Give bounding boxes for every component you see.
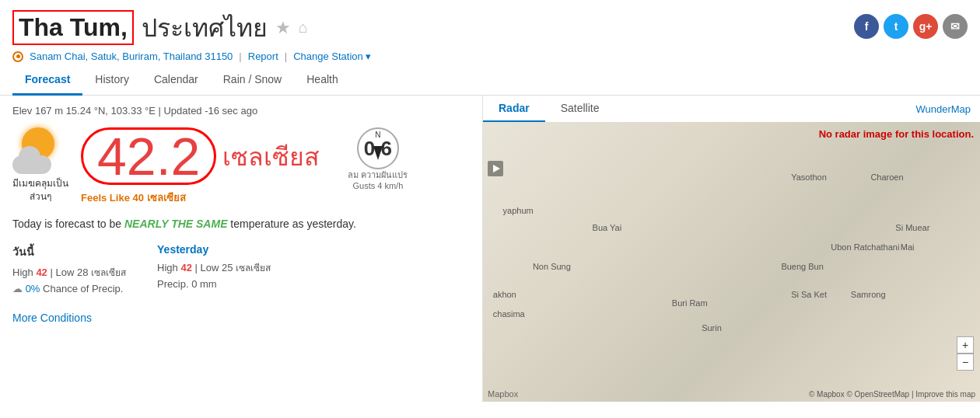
map-label-surin: Surin bbox=[702, 323, 722, 333]
map-tab-satellite[interactable]: Satellite bbox=[545, 96, 615, 123]
feels-like: Feels Like 40 เซลเซียส bbox=[81, 190, 320, 206]
map-credit: © Mapbox © OpenStreetMap | Improve this … bbox=[809, 390, 975, 399]
wind-compass: N 0.6 bbox=[357, 127, 399, 169]
tab-history[interactable]: History bbox=[82, 65, 142, 96]
feels-like-value: 40 bbox=[133, 192, 144, 204]
map-label-yaphum: yaphum bbox=[503, 206, 534, 215]
today-col: วันนี้ High 42 | Low 28 เซลเซียส ☁ 0% Ch… bbox=[12, 243, 126, 294]
station-row: Sanam Chai, Satuk, Buriram, Thailand 311… bbox=[12, 51, 371, 62]
wind-label: ลม ความผันแปร Gusts 4 km/h bbox=[348, 169, 408, 192]
change-station-link[interactable]: Change Station ▾ bbox=[293, 51, 371, 62]
map-label-yasothon: Yasothon bbox=[791, 172, 827, 182]
play-triangle-icon bbox=[493, 165, 500, 172]
today-title: วันนี้ bbox=[12, 243, 126, 260]
facebook-icon[interactable]: f bbox=[854, 14, 879, 39]
today-high: 42 bbox=[36, 266, 47, 278]
map-label-si-muear: Si Muear bbox=[895, 223, 929, 232]
today-low: 28 bbox=[77, 266, 88, 278]
temperature-value: 42.2 bbox=[81, 127, 216, 185]
map-zoom-controls: + − bbox=[957, 336, 974, 371]
map-label-akhon: akhon bbox=[493, 290, 516, 299]
play-button[interactable] bbox=[488, 161, 503, 176]
tab-forecast[interactable]: Forecast bbox=[12, 65, 82, 96]
station-link[interactable]: Sanam Chai, Satuk, Buriram, Thailand 311… bbox=[30, 51, 233, 62]
zoom-in-button[interactable]: + bbox=[957, 336, 974, 354]
tabs-bar: Forecast History Calendar Rain / Snow He… bbox=[0, 65, 980, 96]
yesterday-precip-value: 0 mm bbox=[191, 278, 217, 290]
title-row: Tha Tum, ประเทศไทย ★ ⌂ bbox=[12, 8, 371, 47]
wind-area: N 0.6 ลม ความผันแปร Gusts 4 km/h bbox=[348, 127, 408, 192]
map-label-bueng-bun: Bueng Bun bbox=[781, 262, 823, 271]
compass-arrow bbox=[373, 146, 383, 160]
yesterday-unit: เซลเซียส bbox=[236, 263, 271, 273]
radio-icon bbox=[12, 51, 23, 62]
weather-description: มีเมฆคลุมเป็นส่วนๆ bbox=[12, 177, 68, 204]
wundermap-link[interactable]: WunderMap bbox=[906, 97, 980, 121]
map-tab-radar[interactable]: Radar bbox=[483, 96, 545, 123]
yesterday-precip: Precip. 0 mm bbox=[157, 278, 271, 290]
header-left: Tha Tum, ประเทศไทย ★ ⌂ Sanam Chai, Satuk… bbox=[12, 8, 371, 62]
radio-dot bbox=[16, 54, 20, 58]
yesterday-hi-lo: High 42 | Low 25 เซลเซียส bbox=[157, 260, 271, 275]
sun-cloud-icon bbox=[12, 127, 68, 174]
map-watermark: Mapbox bbox=[488, 389, 518, 399]
social-icons: f t g+ ✉ bbox=[854, 8, 968, 39]
more-conditions-link[interactable]: More Conditions bbox=[12, 312, 92, 324]
email-icon[interactable]: ✉ bbox=[943, 14, 968, 39]
map-label-si-sa-ket: Si Sa Ket bbox=[791, 290, 827, 299]
no-radar-message: No radar image for this location. bbox=[819, 128, 974, 140]
favorite-star-icon[interactable]: ★ bbox=[275, 18, 291, 38]
report-link[interactable]: Report bbox=[248, 51, 278, 62]
today-hi-lo: High 42 | Low 28 เซลเซียส bbox=[12, 265, 126, 280]
left-panel: Elev 167 m 15.24 °N, 103.33 °E | Updated… bbox=[0, 96, 482, 402]
map-label-ubon: Ubon Ratchathani bbox=[831, 242, 899, 252]
tab-calendar[interactable]: Calendar bbox=[142, 65, 211, 96]
temp-main: 42.2 เซลเซียส bbox=[81, 127, 320, 185]
map-label-mai: Mai bbox=[901, 242, 915, 252]
weather-current: มีเมฆคลุมเป็นส่วนๆ 42.2 เซลเซียส Feels L… bbox=[12, 127, 470, 206]
map-background: Yasothon Charoen yaphum Bua Yai Si Muear… bbox=[483, 122, 980, 402]
nearly-same: NEARLY THE SAME bbox=[124, 218, 228, 230]
city-name-boxed: Tha Tum, bbox=[12, 10, 134, 45]
header: Tha Tum, ประเทศไทย ★ ⌂ Sanam Chai, Satuk… bbox=[0, 0, 980, 65]
map-label-bua-yai: Bua Yai bbox=[593, 223, 622, 232]
map-label-samrong: Samrong bbox=[851, 290, 886, 299]
tab-rain-snow[interactable]: Rain / Snow bbox=[211, 65, 294, 96]
main-content: Elev 167 m 15.24 °N, 103.33 °E | Updated… bbox=[0, 96, 980, 402]
today-precip: ☁ 0% Chance of Precip. bbox=[12, 283, 126, 294]
city-name-thai: ประเทศไทย bbox=[142, 8, 268, 47]
twitter-icon[interactable]: t bbox=[884, 14, 908, 39]
today-unit: เซลเซียส bbox=[91, 267, 126, 278]
right-panel: Radar Satellite WunderMap Yasothon Charo… bbox=[482, 96, 980, 402]
yesterday-low: 25 bbox=[222, 262, 233, 273]
conditions-row: วันนี้ High 42 | Low 28 เซลเซียส ☁ 0% Ch… bbox=[12, 243, 470, 294]
yesterday-high: 42 bbox=[180, 262, 191, 273]
tab-health[interactable]: Health bbox=[294, 65, 350, 96]
cloud-shape bbox=[12, 155, 51, 174]
compass-north: N bbox=[375, 131, 380, 139]
temperature-unit: เซลเซียส bbox=[222, 137, 320, 176]
map-container: Yasothon Charoen yaphum Bua Yai Si Muear… bbox=[483, 122, 980, 402]
yesterday-title: Yesterday bbox=[157, 243, 271, 256]
map-label-non-sung: Non Sung bbox=[533, 262, 571, 271]
zoom-out-button[interactable]: − bbox=[957, 354, 974, 371]
elevation-row: Elev 167 m 15.24 °N, 103.33 °E | Updated… bbox=[12, 105, 470, 117]
map-label-charoen: Charoen bbox=[870, 172, 903, 182]
map-tab-bar: Radar Satellite WunderMap bbox=[483, 96, 980, 122]
yesterday-col: Yesterday High 42 | Low 25 เซลเซียส Prec… bbox=[157, 243, 271, 294]
map-label-chasima: chasima bbox=[493, 309, 525, 319]
temperature-area: 42.2 เซลเซียส Feels Like 40 เซลเซียส bbox=[81, 127, 320, 206]
weather-icon-area: มีเมฆคลุมเป็นส่วนๆ bbox=[12, 127, 68, 204]
home-icon[interactable]: ⌂ bbox=[299, 19, 308, 37]
today-precip-pct: 0% bbox=[26, 283, 40, 294]
forecast-text: Today is forecast to be NEARLY THE SAME … bbox=[12, 215, 470, 232]
map-label-buri-ram: Buri Ram bbox=[672, 298, 708, 308]
googleplus-icon[interactable]: g+ bbox=[913, 14, 938, 39]
